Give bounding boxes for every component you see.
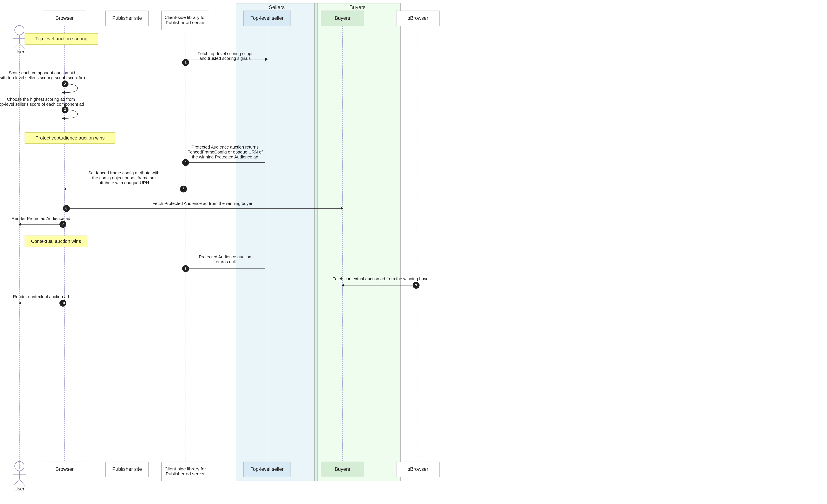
pbrowser-label-top: pBrowser xyxy=(407,15,428,21)
msg8-label-2: returns null xyxy=(214,259,236,264)
seq7-label: 7 xyxy=(62,222,64,226)
sellers-group-box xyxy=(236,3,318,481)
msg2-label-2: with top-level seller's scoring script (… xyxy=(0,75,85,80)
msg1-label-2: and trusted scoring signals xyxy=(199,56,251,61)
diagram: Sellers Buyers Browser Publisher site Cl… xyxy=(0,0,827,504)
client-library-label-top: Client-side library for xyxy=(164,15,206,20)
msg10-label: Render contextual auction ad xyxy=(13,294,69,299)
client-library-label2-top: Publisher ad server xyxy=(166,20,205,25)
seq5-label: 5 xyxy=(183,187,185,191)
seq6-label: 6 xyxy=(65,206,67,210)
user-leg2-bottom xyxy=(19,479,25,486)
note-top-level-scoring-text: Top-level auction scoring xyxy=(35,36,88,41)
note-protective-audience-text: Protective Audience auction wins xyxy=(35,135,105,141)
user-label-top: User xyxy=(14,49,25,54)
msg4-label-2: FencedFrameConfig or opaque URN of xyxy=(187,150,263,154)
msg5-label-2: the config object or set iframe src xyxy=(92,175,156,180)
seq1-label: 1 xyxy=(185,60,187,64)
user-label-bottom: User xyxy=(14,486,25,492)
user-leg1-bottom xyxy=(14,479,19,486)
msg6-label: Fetch Protected Audience ad from the win… xyxy=(152,201,253,206)
msg3-label-1: Choose the highest scoring ad from xyxy=(7,97,75,102)
seq9-label: 9 xyxy=(415,283,417,287)
msg5-arrowhead xyxy=(64,188,66,191)
seq3-label: 3 xyxy=(64,108,66,111)
msg2-label-1: Score each component auction bid xyxy=(9,70,75,75)
msg5-label-3: attribute with opaque URN xyxy=(99,181,149,185)
msg1-label-1: Fetch top-level scoring script xyxy=(198,51,253,56)
msg4-label-1: Protected Audience auction returns xyxy=(191,145,258,149)
user-leg1-top xyxy=(14,43,19,48)
publisher-site-label-top: Publisher site xyxy=(112,15,142,21)
client-library-label-bottom-1: Client-side library for xyxy=(164,466,206,471)
note-contextual-auction-text: Contextual auction wins xyxy=(31,239,81,244)
buyers-group-box xyxy=(314,3,401,481)
user-head-top xyxy=(15,26,24,35)
seq2-label: 2 xyxy=(64,82,66,86)
buyers-group-label: Buyers xyxy=(349,4,366,10)
buyers-label-bottom: Buyers xyxy=(335,466,350,472)
publisher-site-label-bottom: Publisher site xyxy=(112,466,142,472)
client-library-label-bottom-2: Publisher ad server xyxy=(166,471,205,476)
top-level-seller-label-top: Top-level seller xyxy=(250,15,284,21)
msg3-label-2: top-level seller's score of each compone… xyxy=(0,102,84,107)
top-level-seller-label-bottom: Top-level seller xyxy=(250,466,284,472)
msg7-arrowhead xyxy=(18,223,21,226)
msg3-arrowhead xyxy=(62,117,65,120)
pbrowser-label-bottom: pBrowser xyxy=(407,466,428,472)
browser-label-top: Browser xyxy=(56,15,74,21)
browser-label-bottom: Browser xyxy=(56,466,74,472)
msg7-label: Render Protected Audience ad xyxy=(12,216,70,221)
seq10-label: 10 xyxy=(61,301,65,305)
user-leg2-top xyxy=(19,43,25,48)
sellers-group-label: Sellers xyxy=(269,4,285,10)
diagram-svg: Sellers Buyers Browser Publisher site Cl… xyxy=(0,0,827,504)
msg9-label: Fetch contextual auction ad from the win… xyxy=(333,276,430,281)
msg10-arrowhead xyxy=(18,302,21,305)
msg8-label-1: Protected Audience auction xyxy=(199,254,251,259)
msg5-label-1: Set fenced frame config attribute with xyxy=(88,170,159,175)
buyers-label-top: Buyers xyxy=(335,15,350,21)
seq4-label: 4 xyxy=(185,161,187,164)
seq8-label: 8 xyxy=(185,267,187,270)
msg2-arrowhead xyxy=(62,91,65,94)
msg4-label-3: the winning Protected Audience ad xyxy=(192,155,258,159)
